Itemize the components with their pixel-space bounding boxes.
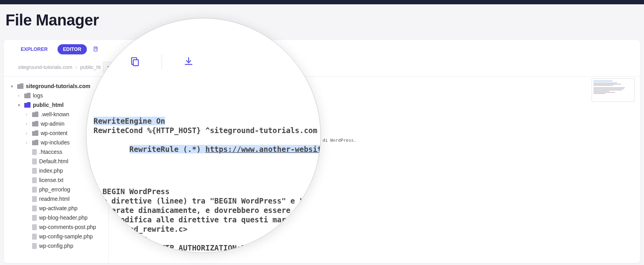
caret-right-icon: › [26, 141, 30, 145]
close-tab-icon[interactable]: × [117, 64, 121, 70]
tree-item-label: wp-config.php [39, 243, 73, 249]
file-icon [32, 168, 37, 174]
breadcrumb-root[interactable]: siteground-tutorials.com [18, 64, 72, 70]
tree-folder[interactable]: ›wp-includes [11, 138, 105, 147]
tree-item-label: wp-blog-header.php [39, 215, 88, 221]
folder-icon [24, 93, 31, 98]
page-title: File Manager [5, 11, 99, 29]
caret-right-icon: › [26, 131, 30, 135]
tree-folder[interactable]: ›wp-admin [11, 119, 105, 128]
editor-fragment-right: tri di WordPress. [312, 138, 356, 143]
tree-file[interactable]: Default.html [11, 157, 105, 166]
tree-item-label: wp-comments-post.php [39, 224, 96, 230]
folder-icon [17, 83, 23, 89]
tree-item-label: wp-config-sample.php [39, 233, 93, 240]
code-body: Re</IfMo# END WordPress [123, 167, 162, 208]
file-icon [32, 234, 37, 240]
file-icon [32, 149, 37, 155]
editor-visible-lines: 16171819202122 Re</IfMo# END WordPress [113, 167, 162, 208]
folder-icon [32, 130, 38, 136]
line-gutter: 16171819202122 [113, 167, 118, 208]
tree-file[interactable]: license.txt [11, 175, 105, 185]
main-panel: EXPLORER EDITOR siteground-tutorials.com… [4, 40, 640, 263]
folder-icon [32, 140, 38, 145]
minimap[interactable] [592, 78, 635, 102]
folder-icon [24, 102, 31, 108]
tree-item-label: Default.html [39, 158, 68, 164]
file-icon [32, 177, 37, 183]
tree-item-label: wp-activate.php [39, 205, 77, 211]
tree-item-label: wp-content [41, 130, 67, 136]
tree-item-label: public_html [33, 102, 64, 108]
caret-right-icon: › [26, 112, 30, 117]
tree-file[interactable]: wp-comments-post.php [11, 222, 105, 232]
breadcrumb-sep: › [76, 64, 77, 70]
tree-file[interactable]: wp-activate.php [11, 204, 105, 213]
tree-folder[interactable]: ›wp-content [11, 128, 105, 138]
caret-down-icon: ▾ [11, 84, 15, 88]
file-tree[interactable]: ▾ siteground-tutorials.com ›logs▾public_… [4, 77, 109, 263]
tree-file[interactable]: wp-blog-header.php [11, 213, 105, 222]
tree-item-label: license.txt [39, 177, 63, 183]
file-icon [32, 243, 37, 249]
file-icon [32, 159, 37, 164]
file-icon [32, 196, 37, 202]
tree-item-label: php_errorlog [39, 186, 70, 193]
breadcrumb: siteground-tutorials.com › public_ht ss … [4, 57, 640, 77]
file-action-icon[interactable] [92, 46, 99, 53]
open-file-tab[interactable]: ss × [103, 62, 125, 72]
panel-top: EXPLORER EDITOR [4, 40, 640, 57]
file-icon [32, 187, 37, 193]
content-row: ▾ siteground-tutorials.com ›logs▾public_… [4, 77, 640, 263]
tree-file[interactable]: readme.html [11, 194, 105, 204]
tree-item-label: .htaccess [39, 149, 62, 155]
tree-root[interactable]: ▾ siteground-tutorials.com [11, 81, 105, 91]
tree-file[interactable]: .htaccess [11, 147, 105, 157]
breadcrumb-path[interactable]: public_ht [80, 64, 101, 70]
tree-folder[interactable]: ›logs [11, 91, 105, 100]
folder-icon [32, 121, 38, 126]
tab-explorer[interactable]: EXPLORER [15, 44, 54, 55]
tree-item-label: logs [33, 92, 43, 99]
file-icon [32, 206, 37, 211]
tree-file[interactable]: wp-config-sample.php [11, 232, 105, 241]
title-row: File Manager [0, 4, 644, 40]
tree-item-label: wp-includes [41, 139, 70, 146]
tree-file[interactable]: wp-config.php [11, 241, 105, 251]
tree-item-label: index.php [39, 168, 63, 174]
caret-right-icon: › [18, 94, 22, 98]
tree-item-label: readme.html [39, 196, 70, 202]
caret-right-icon: › [26, 122, 30, 126]
file-icon [32, 224, 37, 230]
window-top-bar [0, 0, 644, 4]
tree-root-label: siteground-tutorials.com [26, 83, 90, 89]
open-file-tab-label: ss [107, 64, 113, 70]
file-icon [32, 215, 37, 221]
tree-file[interactable]: php_errorlog [11, 185, 105, 194]
folder-icon [32, 112, 38, 117]
tree-folder[interactable]: ▾public_html [11, 100, 105, 110]
tree-item-label: .well-known [41, 111, 69, 117]
code-editor[interactable]: tri di WordPress. 16171819202122 Re</IfM… [109, 77, 640, 263]
tree-item-label: wp-admin [41, 121, 65, 127]
caret-down-icon: ▾ [18, 103, 22, 107]
tree-folder[interactable]: ›.well-known [11, 110, 105, 119]
tab-editor[interactable]: EDITOR [58, 44, 87, 54]
tree-file[interactable]: index.php [11, 166, 105, 175]
